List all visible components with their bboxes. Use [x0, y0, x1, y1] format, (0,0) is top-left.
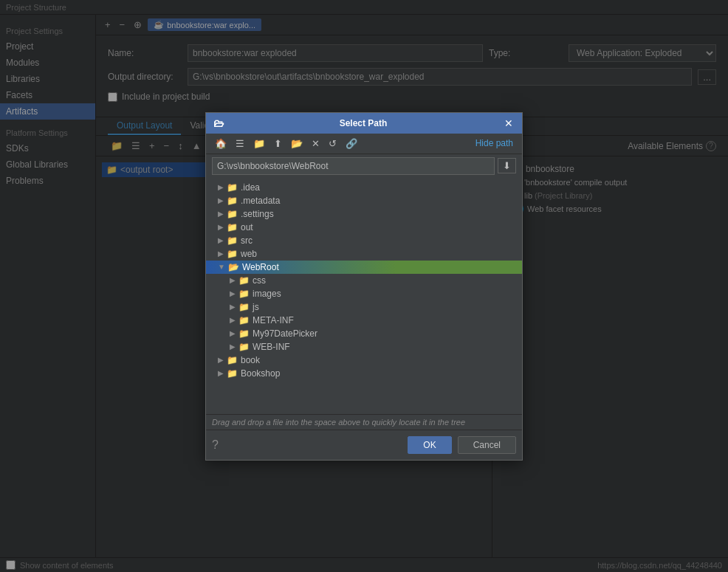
dialog-close-button[interactable]: ✕ [503, 117, 515, 129]
dialog-delete-button[interactable]: ✕ [309, 137, 323, 151]
chevron-down-icon: ▼ [218, 263, 225, 271]
chevron-right-icon: ▶ [218, 183, 224, 191]
chevron-right-icon: ▶ [218, 236, 224, 244]
dialog-tree-item-web-inf[interactable]: ▶ 📁 WEB-INF [206, 340, 522, 354]
folder-icon: 📁 [238, 315, 250, 325]
dialog-tree-item-meta-inf[interactable]: ▶ 📁 META-INF [206, 314, 522, 327]
dialog-tree-item-bookshop[interactable]: ▶ 📁 Bookshop [206, 367, 522, 380]
webroot-label: WebRoot [242, 262, 279, 272]
select-path-dialog: 🗁 Select Path ✕ 🏠 ☰ 📁 ⬆ 📂 ✕ ↺ 🔗 Hide pat… [205, 112, 523, 461]
dialog-home-button[interactable]: 🏠 [212, 137, 230, 151]
folder-icon: 📁 [227, 182, 238, 193]
folder-icon: 📁 [238, 275, 250, 286]
dialog-tree-item-js[interactable]: ▶ 📁 js [206, 300, 522, 314]
folder-icon: 📁 [238, 302, 250, 312]
folder-icon: 📁 [227, 249, 238, 259]
folder-icon: 📁 [227, 235, 238, 246]
js-label: js [253, 302, 259, 312]
dialog-ok-button[interactable]: OK [408, 436, 451, 454]
dialog-tree-item-idea[interactable]: ▶ 📁 .idea [206, 181, 522, 194]
web-inf-label: WEB-INF [253, 342, 290, 352]
chevron-right-icon: ▶ [218, 356, 224, 364]
folder-icon: 📁 [238, 289, 250, 299]
chevron-right-icon: ▶ [218, 210, 224, 218]
dialog-tree-item-webroot[interactable]: ▼ 📂 WebRoot [206, 261, 522, 274]
settings-label: .settings [241, 209, 274, 219]
chevron-right-icon: ▶ [230, 316, 236, 324]
folder-icon: 📁 [227, 209, 238, 219]
folder-open-icon: 📂 [228, 262, 239, 272]
book-label: book [241, 355, 260, 365]
dialog-refresh-button[interactable]: ↺ [326, 137, 340, 151]
folder-icon: 📁 [227, 368, 238, 379]
dialog-tree-item-css[interactable]: ▶ 📁 css [206, 274, 522, 287]
folder-icon: 📁 [238, 328, 250, 339]
dialog-tree: ▶ 📁 .idea ▶ 📁 .metadata ▶ 📁 .settings ▶ … [206, 178, 522, 414]
dialog-link-button[interactable]: 🔗 [343, 137, 360, 151]
dialog-help-button[interactable]: ? [212, 436, 219, 454]
chevron-right-icon: ▶ [230, 303, 236, 311]
folder-icon: 📁 [227, 222, 238, 232]
dialog-hide-path-button[interactable]: Hide path [473, 137, 516, 150]
chevron-right-icon: ▶ [218, 223, 224, 231]
dialog-cancel-button[interactable]: Cancel [458, 436, 516, 454]
dialog-tree-item-web[interactable]: ▶ 📁 web [206, 247, 522, 261]
dialog-tree-item-book[interactable]: ▶ 📁 book [206, 354, 522, 367]
dialog-path-row: ⬇ [206, 154, 522, 178]
dialog-overlay: 🗁 Select Path ✕ 🏠 ☰ 📁 ⬆ 📂 ✕ ↺ 🔗 Hide pat… [0, 0, 728, 572]
meta-inf-label: META-INF [253, 315, 294, 325]
chevron-right-icon: ▶ [230, 329, 236, 337]
metadata-label: .metadata [241, 196, 280, 206]
dialog-toolbar: 🏠 ☰ 📁 ⬆ 📂 ✕ ↺ 🔗 Hide path [206, 134, 522, 154]
dialog-title-icon: 🗁 [213, 117, 224, 129]
dialog-title-bar: 🗁 Select Path ✕ [206, 113, 522, 134]
dialog-create-button[interactable]: 📂 [288, 137, 306, 151]
dialog-tree-item-out[interactable]: ▶ 📁 out [206, 221, 522, 234]
dialog-tree-item-src[interactable]: ▶ 📁 src [206, 234, 522, 247]
dialog-buttons: ? OK Cancel [206, 430, 522, 460]
dialog-download-button[interactable]: ⬇ [498, 158, 516, 173]
dialog-path-input[interactable] [212, 157, 495, 175]
chevron-right-icon: ▶ [218, 249, 224, 258]
dialog-tree-item-metadata[interactable]: ▶ 📁 .metadata [206, 194, 522, 207]
css-label: css [253, 275, 266, 286]
chevron-right-icon: ▶ [230, 342, 236, 351]
dialog-up-button[interactable]: ⬆ [271, 137, 285, 151]
folder-icon: 📁 [227, 196, 238, 206]
dialog-footer-hint: Drag and drop a file into the space abov… [206, 414, 522, 430]
chevron-right-icon: ▶ [230, 276, 236, 284]
dialog-list-button[interactable]: ☰ [233, 137, 247, 151]
bookshop-label: Bookshop [241, 368, 280, 379]
dialog-title-text: Select Path [340, 118, 388, 128]
my97datepicker-label: My97DatePicker [253, 328, 317, 339]
dialog-tree-item-settings[interactable]: ▶ 📁 .settings [206, 207, 522, 221]
src-label: src [241, 235, 253, 246]
images-label: images [253, 289, 281, 299]
folder-icon: 📁 [227, 355, 238, 365]
out-label: out [241, 222, 253, 232]
chevron-right-icon: ▶ [230, 289, 236, 297]
web-label: web [241, 249, 257, 259]
chevron-right-icon: ▶ [218, 369, 224, 377]
chevron-right-icon: ▶ [218, 196, 224, 204]
idea-label: .idea [241, 182, 260, 193]
dialog-tree-item-images[interactable]: ▶ 📁 images [206, 287, 522, 300]
dialog-new-folder-button[interactable]: 📁 [250, 137, 268, 151]
folder-icon: 📁 [238, 342, 250, 352]
dialog-tree-item-my97datepicker[interactable]: ▶ 📁 My97DatePicker [206, 327, 522, 340]
